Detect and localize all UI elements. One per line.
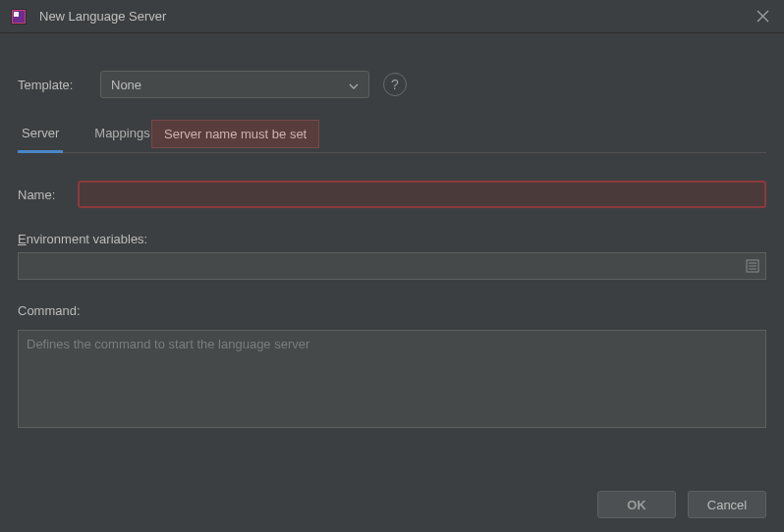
tab-server[interactable]: Server <box>18 120 63 153</box>
template-label: Template: <box>18 78 100 92</box>
template-row: Template: None ? <box>18 71 766 98</box>
chevron-down-icon <box>349 78 359 92</box>
validation-tooltip: Server name must be set <box>151 120 319 148</box>
window-title: New Language Server <box>39 9 166 24</box>
titlebar: New Language Server <box>0 0 784 33</box>
app-icon <box>10 8 28 26</box>
template-select[interactable]: None <box>100 71 369 98</box>
cancel-button[interactable]: Cancel <box>688 491 766 518</box>
command-label: Command: <box>18 303 766 318</box>
svg-rect-3 <box>14 12 19 17</box>
name-row: Name: <box>18 181 766 208</box>
dialog-content: Template: None ? Server Mappings Server … <box>0 33 784 431</box>
close-icon[interactable] <box>751 5 774 28</box>
name-label: Name: <box>18 187 78 202</box>
env-label: Environment variables: <box>18 232 766 246</box>
command-row: Command: <box>18 303 766 431</box>
tab-mappings[interactable]: Mappings <box>90 120 153 152</box>
env-row: Environment variables: <box>18 232 766 280</box>
env-input[interactable] <box>18 252 766 280</box>
command-input[interactable] <box>18 330 766 428</box>
tabs: Server Mappings Server name must be set <box>18 120 766 153</box>
help-icon[interactable]: ? <box>383 73 407 96</box>
list-icon[interactable] <box>744 257 761 275</box>
ok-button[interactable]: OK <box>597 491 676 518</box>
template-value: None <box>111 78 141 92</box>
name-input[interactable] <box>78 181 766 208</box>
dialog-buttons: OK Cancel <box>597 491 766 518</box>
